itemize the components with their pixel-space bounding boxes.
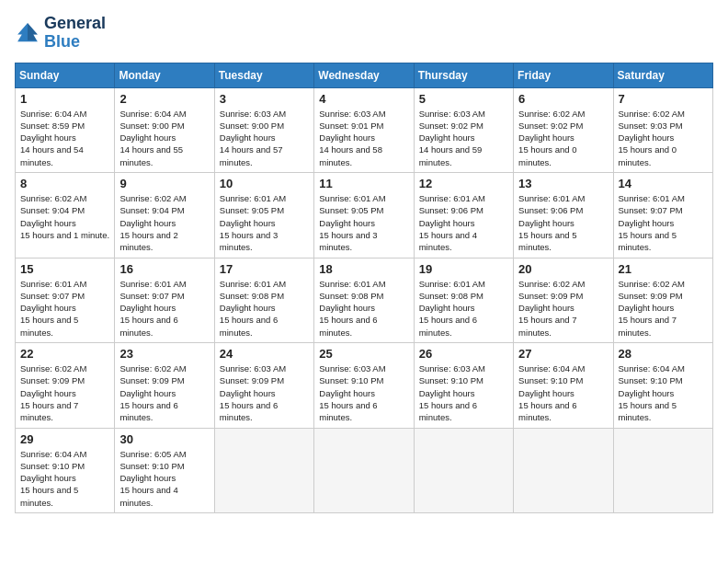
day-info: Sunrise: 6:01 AMSunset: 9:07 PMDaylight … [119,278,209,339]
day-info: Sunrise: 6:03 AMSunset: 9:10 PMDaylight … [319,362,408,423]
day-number: 4 [319,92,408,106]
day-info: Sunrise: 6:03 AMSunset: 9:01 PMDaylight … [319,108,408,168]
day-number: 3 [220,92,309,106]
day-info: Sunrise: 6:01 AMSunset: 9:07 PMDaylight … [619,192,708,253]
calendar-cell: 25Sunrise: 6:03 AMSunset: 9:10 PMDayligh… [314,343,414,428]
calendar-cell: 27Sunrise: 6:04 AMSunset: 9:10 PMDayligh… [514,343,613,428]
calendar-cell [314,428,414,512]
calendar-cell: 28Sunrise: 6:04 AMSunset: 9:10 PMDayligh… [613,343,712,428]
day-number: 17 [220,262,309,276]
calendar-cell: 16Sunrise: 6:01 AMSunset: 9:07 PMDayligh… [115,258,214,342]
page-header: General Blue [15,15,713,52]
calendar-header-row: SundayMondayTuesdayWednesdayThursdayFrid… [16,63,713,87]
weekday-header-wednesday: Wednesday [314,63,414,87]
day-number: 1 [20,92,109,106]
day-info: Sunrise: 6:03 AMSunset: 9:02 PMDaylight … [419,108,508,168]
day-info: Sunrise: 6:02 AMSunset: 9:04 PMDaylight … [20,192,109,241]
calendar-cell: 12Sunrise: 6:01 AMSunset: 9:06 PMDayligh… [414,173,513,258]
calendar-cell: 13Sunrise: 6:01 AMSunset: 9:06 PMDayligh… [514,173,613,258]
weekday-header-sunday: Sunday [16,63,115,87]
calendar-cell: 17Sunrise: 6:01 AMSunset: 9:08 PMDayligh… [214,258,313,342]
day-number: 6 [518,92,608,106]
calendar-cell: 9Sunrise: 6:02 AMSunset: 9:04 PMDaylight… [115,173,214,258]
day-info: Sunrise: 6:01 AMSunset: 9:07 PMDaylight … [20,278,109,339]
day-info: Sunrise: 6:02 AMSunset: 9:02 PMDaylight … [518,108,608,168]
day-info: Sunrise: 6:03 AMSunset: 9:10 PMDaylight … [419,362,508,423]
day-number: 30 [119,432,209,446]
day-number: 26 [419,347,508,361]
week-row-2: 8Sunrise: 6:02 AMSunset: 9:04 PMDaylight… [16,173,713,258]
calendar-cell: 6Sunrise: 6:02 AMSunset: 9:02 PMDaylight… [514,87,613,172]
calendar-table: SundayMondayTuesdayWednesdayThursdayFrid… [15,63,713,513]
day-number: 28 [619,347,708,361]
day-info: Sunrise: 6:04 AMSunset: 9:00 PMDaylight … [119,108,209,168]
week-row-5: 29Sunrise: 6:04 AMSunset: 9:10 PMDayligh… [16,428,713,512]
day-info: Sunrise: 6:04 AMSunset: 9:10 PMDaylight … [518,362,608,423]
calendar-cell: 26Sunrise: 6:03 AMSunset: 9:10 PMDayligh… [414,343,513,428]
calendar-cell [214,428,313,512]
day-number: 18 [319,262,408,276]
calendar-cell: 8Sunrise: 6:02 AMSunset: 9:04 PMDaylight… [16,173,115,258]
weekday-header-tuesday: Tuesday [214,63,313,87]
day-number: 12 [419,177,508,190]
day-info: Sunrise: 6:01 AMSunset: 9:08 PMDaylight … [319,278,408,339]
day-info: Sunrise: 6:04 AMSunset: 9:10 PMDaylight … [20,448,109,509]
day-number: 10 [220,177,309,190]
day-number: 27 [518,347,608,361]
day-info: Sunrise: 6:04 AMSunset: 9:10 PMDaylight … [619,362,708,423]
day-info: Sunrise: 6:01 AMSunset: 9:06 PMDaylight … [518,192,608,253]
day-number: 15 [20,262,109,276]
calendar-cell: 2Sunrise: 6:04 AMSunset: 9:00 PMDaylight… [115,87,214,172]
day-number: 22 [20,347,109,361]
calendar-cell: 3Sunrise: 6:03 AMSunset: 9:00 PMDaylight… [214,87,313,172]
calendar-cell: 11Sunrise: 6:01 AMSunset: 9:05 PMDayligh… [314,173,414,258]
calendar-cell [514,428,613,512]
calendar-cell: 10Sunrise: 6:01 AMSunset: 9:05 PMDayligh… [214,173,313,258]
day-info: Sunrise: 6:02 AMSunset: 9:04 PMDaylight … [119,192,209,253]
day-info: Sunrise: 6:01 AMSunset: 9:05 PMDaylight … [220,192,309,253]
week-row-1: 1Sunrise: 6:04 AMSunset: 8:59 PMDaylight… [16,87,713,172]
day-info: Sunrise: 6:04 AMSunset: 8:59 PMDaylight … [20,108,109,168]
calendar-cell: 30Sunrise: 6:05 AMSunset: 9:10 PMDayligh… [115,428,214,512]
day-info: Sunrise: 6:03 AMSunset: 9:09 PMDaylight … [220,362,309,423]
day-number: 2 [119,92,209,106]
weekday-header-saturday: Saturday [613,63,712,87]
day-number: 13 [518,177,608,190]
calendar-cell: 20Sunrise: 6:02 AMSunset: 9:09 PMDayligh… [514,258,613,342]
weekday-header-monday: Monday [115,63,214,87]
logo-text: General Blue [44,15,106,52]
day-info: Sunrise: 6:02 AMSunset: 9:03 PMDaylight … [619,108,708,168]
day-info: Sunrise: 6:01 AMSunset: 9:05 PMDaylight … [319,192,408,253]
weekday-header-thursday: Thursday [414,63,513,87]
day-number: 20 [518,262,608,276]
calendar-cell [613,428,712,512]
day-info: Sunrise: 6:02 AMSunset: 9:09 PMDaylight … [20,362,109,423]
day-number: 8 [20,177,109,190]
calendar-cell: 5Sunrise: 6:03 AMSunset: 9:02 PMDaylight… [414,87,513,172]
logo: General Blue [15,15,106,52]
day-number: 23 [119,347,209,361]
calendar-cell: 24Sunrise: 6:03 AMSunset: 9:09 PMDayligh… [214,343,313,428]
day-number: 25 [319,347,408,361]
calendar-cell [414,428,513,512]
day-number: 14 [619,177,708,190]
week-row-4: 22Sunrise: 6:02 AMSunset: 9:09 PMDayligh… [16,343,713,428]
calendar-cell: 19Sunrise: 6:01 AMSunset: 9:08 PMDayligh… [414,258,513,342]
calendar-cell: 14Sunrise: 6:01 AMSunset: 9:07 PMDayligh… [613,173,712,258]
calendar-cell: 7Sunrise: 6:02 AMSunset: 9:03 PMDaylight… [613,87,712,172]
day-info: Sunrise: 6:02 AMSunset: 9:09 PMDaylight … [619,278,708,339]
day-number: 5 [419,92,508,106]
day-number: 19 [419,262,508,276]
calendar-cell: 4Sunrise: 6:03 AMSunset: 9:01 PMDaylight… [314,87,414,172]
calendar-cell: 22Sunrise: 6:02 AMSunset: 9:09 PMDayligh… [16,343,115,428]
day-number: 21 [619,262,708,276]
day-number: 7 [619,92,708,106]
day-info: Sunrise: 6:01 AMSunset: 9:06 PMDaylight … [419,192,508,253]
calendar-cell: 23Sunrise: 6:02 AMSunset: 9:09 PMDayligh… [115,343,214,428]
weekday-header-friday: Friday [514,63,613,87]
day-number: 29 [20,432,109,446]
day-number: 11 [319,177,408,190]
day-info: Sunrise: 6:01 AMSunset: 9:08 PMDaylight … [419,278,508,339]
day-info: Sunrise: 6:02 AMSunset: 9:09 PMDaylight … [119,362,209,423]
calendar-cell: 29Sunrise: 6:04 AMSunset: 9:10 PMDayligh… [16,428,115,512]
